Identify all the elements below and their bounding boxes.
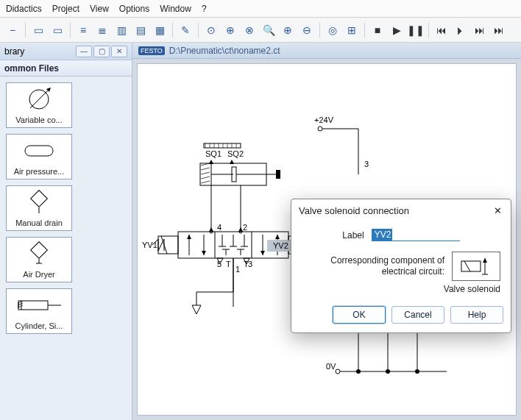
svg-marker-28	[187, 235, 191, 239]
zoom-11-icon[interactable]: ⊙	[203, 22, 219, 38]
svg-text:T: T	[226, 260, 231, 268]
palette-item[interactable]: Variable co...	[6, 82, 72, 128]
menu-item[interactable]: Window	[160, 4, 191, 14]
toolbar: − ▭ ▭ ≡ ≣ ▥ ▤ ▦ ✎ ⊙ ⊕ ⊗ 🔍 ⊕ ⊖ ◎ ⊞ ■ ▶ ❚❚…	[0, 18, 521, 43]
svg-line-1	[30, 90, 48, 108]
palette-item[interactable]: Air Dryer	[6, 237, 72, 282]
manual-drain-icon	[17, 189, 61, 216]
menu-item[interactable]: ?	[202, 4, 207, 14]
app-logo-icon: FESTO	[138, 46, 165, 55]
valve-solenoid-dialog: Valve solenoid connection ✕ Label Corres…	[291, 199, 511, 333]
svg-marker-42	[260, 251, 265, 255]
help-button[interactable]: Help	[450, 306, 503, 324]
menu-item[interactable]: Options	[119, 4, 149, 14]
document-path: D:\Pneumatic\ct\noname2.ct	[169, 46, 280, 56]
svg-marker-82	[483, 258, 487, 263]
magnifier-icon[interactable]: 🔍	[260, 22, 277, 38]
dialog-title: Valve solenoid connection	[299, 205, 409, 216]
zero-v-label: 0V	[326, 362, 336, 371]
cylinder-icon	[17, 292, 61, 318]
yv1-label: YV1	[142, 241, 157, 249]
svg-text:1: 1	[235, 265, 240, 274]
palette-item[interactable]: Manual drain	[6, 185, 72, 231]
zoom-fit-icon[interactable]: ⊕	[222, 22, 238, 38]
plus24v-label: +24V	[314, 115, 334, 124]
svg-marker-18	[209, 160, 213, 164]
component-text: Corresponding component of electrical ci…	[302, 255, 444, 277]
svg-rect-6	[31, 242, 48, 259]
tool-icon[interactable]: −	[4, 22, 21, 38]
svg-text:3: 3	[364, 160, 369, 168]
svg-text:2: 2	[243, 223, 247, 232]
palette-label: Air pressure...	[14, 167, 64, 176]
tool-icon[interactable]: ▭	[30, 22, 46, 38]
tool-icon[interactable]: ≡	[75, 22, 91, 38]
component-preview	[452, 252, 500, 281]
cylinder-symbol[interactable]	[200, 163, 280, 185]
svg-point-71	[336, 369, 340, 374]
svg-line-80	[464, 261, 470, 271]
pause-icon[interactable]: ❚❚	[408, 22, 424, 38]
air-pressure-icon	[17, 138, 61, 164]
sq1-label: SQ1	[205, 149, 221, 158]
svg-rect-4	[31, 191, 48, 207]
cancel-button[interactable]: Cancel	[391, 306, 444, 324]
zoom-out-icon[interactable]: ⊖	[299, 22, 315, 38]
target-icon[interactable]: ◎	[325, 22, 341, 38]
tool-icon[interactable]: ▥	[113, 22, 130, 38]
library-panel: brary — ▢ ✕ ommon Files Variable co... A…	[0, 43, 132, 420]
document-tab[interactable]: FESTO D:\Pneumatic\ct\noname2.ct	[132, 43, 521, 59]
palette-item[interactable]: Air pressure...	[6, 134, 72, 179]
skip-fwd-icon[interactable]: ⏭	[472, 22, 488, 38]
yv2-label: YV2	[273, 241, 288, 250]
palette-label: Variable co...	[15, 115, 62, 124]
zoom-in-icon[interactable]: ⊕	[280, 22, 296, 38]
palette-label: Air Dryer	[23, 270, 54, 279]
svg-point-67	[318, 127, 322, 131]
menu-bar: Didactics Project View Options Window ?	[0, 0, 521, 18]
svg-text:4: 4	[217, 223, 221, 232]
skip-back-icon[interactable]: ⏮	[433, 22, 450, 38]
svg-rect-3	[25, 146, 53, 156]
label-input[interactable]	[372, 229, 460, 241]
svg-rect-16	[276, 170, 280, 179]
menu-item[interactable]: Project	[52, 4, 79, 14]
stop-icon[interactable]: ■	[369, 22, 386, 38]
sq2-label: SQ2	[227, 149, 244, 158]
svg-rect-79	[461, 261, 481, 271]
folder-title: ommon Files	[0, 60, 132, 76]
svg-rect-17	[204, 143, 241, 148]
tool-icon[interactable]: ≣	[94, 22, 110, 38]
svg-marker-44	[275, 235, 280, 239]
close-icon[interactable]: ✕	[111, 46, 127, 57]
zoom-fit2-icon[interactable]: ⊗	[241, 22, 258, 38]
panel-title: brary	[4, 46, 24, 57]
tool-icon[interactable]: ▦	[152, 22, 168, 38]
tool-icon[interactable]: ▭	[49, 22, 65, 38]
fast-forward-icon[interactable]: ⏵	[453, 22, 469, 38]
play-icon[interactable]: ▶	[389, 22, 405, 38]
menu-item[interactable]: Didactics	[6, 4, 42, 14]
air-dryer-icon	[17, 241, 61, 267]
svg-marker-30	[202, 251, 206, 255]
menu-item[interactable]: View	[90, 4, 109, 14]
minimize-icon[interactable]: —	[76, 46, 92, 57]
tool-icon[interactable]: ▤	[132, 22, 149, 38]
tool-icon[interactable]: ✎	[177, 22, 194, 38]
variable-compressor-icon	[17, 86, 61, 113]
svg-text:5: 5	[217, 260, 221, 268]
restore-icon[interactable]: ▢	[93, 46, 110, 57]
end-icon[interactable]: ⏭	[491, 22, 507, 38]
palette-item[interactable]: Cylinder, Si...	[6, 288, 72, 334]
svg-marker-19	[230, 160, 234, 164]
component-caption: Valve solenoid	[302, 284, 500, 294]
ok-button[interactable]: OK	[333, 306, 386, 324]
palette-label: Manual drain	[15, 218, 63, 227]
svg-text:3: 3	[248, 260, 252, 268]
nav-icon[interactable]: ⊞	[344, 22, 360, 38]
svg-marker-63	[192, 305, 201, 314]
palette-label: Cylinder, Si...	[15, 321, 63, 330]
label-caption: Label	[342, 230, 364, 241]
close-icon[interactable]: ✕	[492, 204, 503, 216]
